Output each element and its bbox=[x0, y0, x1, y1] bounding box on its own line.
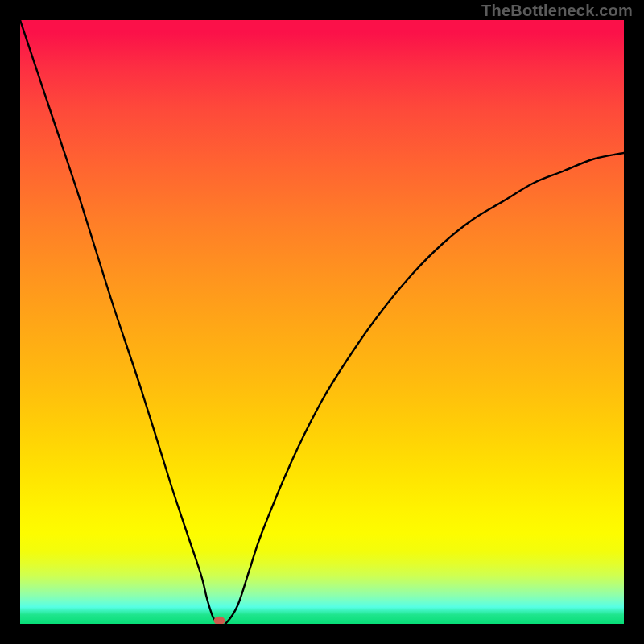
bottleneck-curve-path bbox=[20, 20, 624, 624]
watermark-text: TheBottleneck.com bbox=[481, 2, 633, 20]
curve-svg bbox=[20, 20, 624, 624]
minimum-marker bbox=[214, 617, 225, 624]
chart-frame: TheBottleneck.com bbox=[0, 0, 644, 644]
plot-area bbox=[20, 20, 624, 624]
